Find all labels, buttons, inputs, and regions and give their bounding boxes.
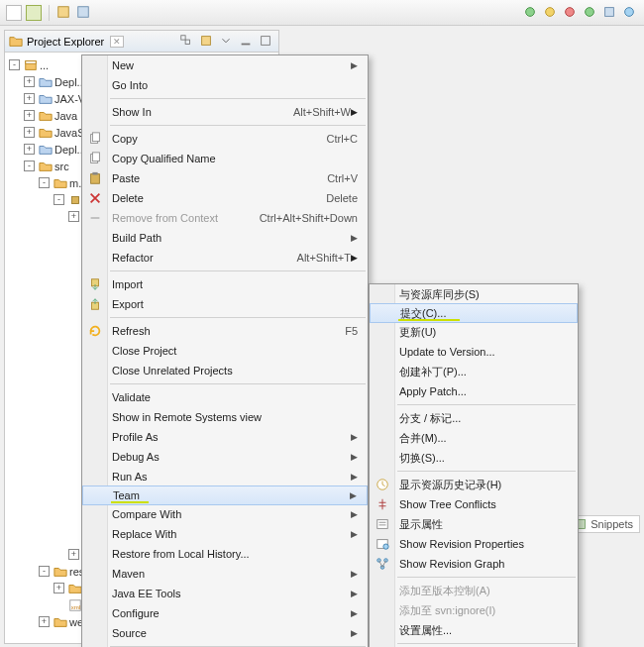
close-tab-icon[interactable]: ✕ (110, 36, 124, 48)
context-menu-item[interactable]: DeleteDelete (82, 188, 368, 208)
svg-rect-11 (242, 43, 251, 45)
context-menu-item[interactable]: Replace With▶ (82, 524, 368, 544)
submenu-arrow-icon: ▶ (331, 589, 358, 598)
twistie-icon[interactable]: + (24, 144, 35, 155)
folder-yellow-icon (39, 160, 53, 173)
twistie-icon[interactable]: - (39, 566, 50, 577)
context-menu-item[interactable]: Restore from Local History... (82, 544, 368, 564)
project-explorer-header: Project Explorer ✕ (5, 31, 278, 53)
submenu-item[interactable]: 显示资源历史记录(H) (370, 475, 578, 494)
folder-yellow-icon (68, 582, 82, 595)
context-menu-item[interactable]: Maven▶ (82, 564, 368, 584)
context-menu-item: Remove from ContextCtrl+Alt+Shift+Down (82, 208, 368, 228)
separator (110, 317, 366, 318)
menu-label: Close Project (112, 345, 176, 357)
twistie-icon[interactable]: + (68, 549, 79, 560)
twistie-icon[interactable]: + (24, 127, 35, 138)
twistie-icon[interactable]: - (9, 59, 20, 70)
context-menu-item[interactable]: Debug As▶ (82, 447, 368, 467)
svg-rect-26 (92, 153, 99, 162)
twistie-icon[interactable]: + (24, 93, 35, 104)
project-icon (24, 58, 38, 72)
maximize-icon[interactable] (259, 34, 274, 50)
twistie-icon[interactable]: - (39, 177, 50, 188)
svg-point-4 (566, 8, 575, 17)
submenu-item[interactable]: Apply Patch... (370, 381, 578, 401)
context-menu-item[interactable]: PasteCtrl+V (82, 168, 368, 188)
twistie-icon[interactable]: + (54, 583, 64, 593)
submenu-item[interactable]: Show Revision Properties (370, 534, 578, 554)
highlight-underline (398, 319, 460, 321)
submenu-item[interactable]: 合并(M)... (370, 428, 578, 448)
twistie-icon[interactable]: + (24, 76, 35, 87)
context-menu-item[interactable]: CopyCtrl+C (82, 129, 368, 149)
submenu-item[interactable]: Show Revision Graph (370, 554, 578, 574)
submenu-item: 添加至版本控制(A) (370, 581, 578, 600)
menu-label: Show Tree Conflicts (399, 498, 496, 510)
delete-icon (87, 190, 103, 206)
menu-label: Go Into (112, 79, 148, 91)
package-icon (68, 193, 82, 207)
context-menu-item[interactable]: Source▶ (82, 623, 368, 643)
submenu-item[interactable]: 切换(S)... (370, 448, 578, 468)
svg-point-7 (625, 8, 634, 17)
context-menu-item[interactable]: Close Unrelated Projects (82, 361, 368, 380)
svg-point-3 (546, 8, 555, 17)
submenu-item[interactable]: Update to Version... (370, 342, 578, 362)
submenu-item[interactable]: 创建补丁(P)... (370, 362, 578, 381)
submenu-item[interactable]: 与资源库同步(S) (370, 284, 578, 304)
minimize-icon[interactable] (239, 34, 255, 50)
menu-label: Import (112, 278, 143, 290)
context-menu-item[interactable]: Configure▶ (82, 603, 368, 623)
context-menu-item[interactable]: New▶ (82, 55, 368, 75)
folder-yellow-icon (54, 565, 67, 579)
context-menu-item[interactable]: Import (82, 274, 368, 294)
context-menu-item[interactable]: Build Path▶ (82, 228, 368, 248)
twistie-icon[interactable]: - (24, 161, 35, 171)
context-menu-item[interactable]: Go Into (82, 75, 368, 95)
submenu-item[interactable]: 显示属性 (370, 514, 578, 534)
folder-blue-icon (39, 143, 53, 157)
context-menu-item[interactable]: Close Project (82, 341, 368, 361)
submenu-item[interactable]: 分支 / 标记... (370, 408, 578, 428)
snippets-tab[interactable]: Snippets (568, 515, 640, 533)
context-menu-item[interactable]: Export (82, 294, 368, 314)
menu-label: Show Revision Properties (399, 538, 524, 550)
submenu-item[interactable]: Show Tree Conflicts (370, 494, 578, 514)
context-menu-item[interactable]: Java EE Tools▶ (82, 584, 368, 603)
collapse-all-icon[interactable] (179, 34, 195, 50)
submenu-item[interactable]: 设置属性... (370, 620, 578, 640)
submenu-arrow-icon: ▶ (331, 628, 358, 638)
submenu-item[interactable]: 提交(C)... (370, 303, 578, 323)
context-menu-item[interactable]: Copy Qualified Name (82, 149, 368, 168)
svg-rect-6 (605, 8, 614, 17)
context-menu-item[interactable]: Show InAlt+Shift+W ▶ (82, 102, 368, 122)
twistie-icon[interactable]: - (54, 194, 64, 205)
context-menu-item[interactable]: Show in Remote Systems view (82, 407, 368, 427)
context-menu-item[interactable]: RefactorAlt+Shift+T ▶ (82, 248, 368, 268)
context-menu-item[interactable]: Validate (82, 387, 368, 407)
remove-icon (87, 210, 103, 226)
link-editor-icon[interactable] (199, 34, 215, 50)
svg-text:xml: xml (71, 602, 81, 609)
rev-props-icon (375, 536, 390, 552)
svg-rect-14 (26, 60, 37, 63)
copy-icon (87, 131, 103, 147)
context-menu-item[interactable]: Team▶ (82, 485, 368, 505)
submenu-item[interactable]: 更新(U) (370, 322, 578, 342)
separator (110, 125, 366, 126)
shortcut: Ctrl+V (307, 172, 358, 184)
context-menu-item[interactable]: Compare With▶ (82, 504, 368, 524)
context-menu-item[interactable]: Run As▶ (82, 467, 368, 486)
twistie-icon[interactable]: + (68, 211, 79, 222)
history-icon (375, 477, 390, 492)
context-menu-item[interactable]: RefreshF5 (82, 321, 368, 341)
rev-graph-icon (375, 556, 390, 572)
twistie-icon[interactable]: + (24, 110, 35, 121)
menu-label: Source (112, 627, 147, 639)
view-menu-icon[interactable] (219, 34, 235, 50)
twistie-icon[interactable]: + (39, 616, 50, 627)
menu-label: 显示属性 (399, 517, 443, 532)
context-menu-item[interactable]: Profile As▶ (82, 427, 368, 447)
menu-label: Debug As (112, 451, 160, 463)
